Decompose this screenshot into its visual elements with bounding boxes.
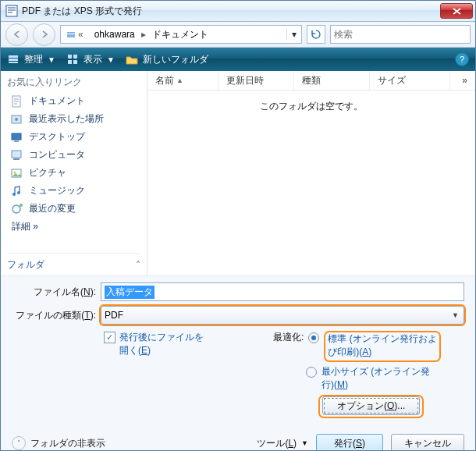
back-button[interactable] — [5, 23, 28, 46]
svg-rect-0 — [6, 5, 17, 16]
form-panel: ファイル名(N): 入稿データ ファイルの種類(T): PDF ✓ 発行後にファ… — [1, 275, 475, 426]
svg-rect-8 — [68, 60, 72, 64]
help-button[interactable]: ? — [455, 52, 469, 66]
column-size[interactable]: サイズ — [370, 71, 450, 90]
sidebar-item-pictures[interactable]: ピクチャ — [7, 164, 140, 182]
empty-message: このフォルダは空です。 — [147, 91, 475, 275]
options-button-highlight: オプション(O)... — [318, 395, 424, 418]
filename-value: 入稿データ — [105, 286, 155, 299]
filetype-select[interactable]: PDF — [101, 306, 464, 325]
svg-rect-13 — [12, 133, 21, 140]
toolbar-new-folder[interactable]: 新しいフォルダ — [126, 53, 208, 66]
publish-button[interactable]: 発行(S) — [316, 434, 383, 451]
column-headers: 名前▲ 更新日時 種類 サイズ » — [147, 71, 475, 91]
document-icon — [10, 95, 23, 108]
app-icon — [5, 5, 18, 17]
options-button[interactable]: オプション(O)... — [322, 396, 420, 415]
sidebar-item-desktop[interactable]: デスクトップ — [7, 128, 140, 146]
computer-icon — [10, 149, 23, 162]
search-input[interactable]: 検索 — [330, 25, 471, 44]
breadcrumb-seg-2[interactable]: ドキュメント — [147, 26, 213, 43]
svg-rect-6 — [68, 55, 72, 59]
sidebar-more[interactable]: 詳細 » — [7, 218, 140, 236]
recent-changes-icon — [10, 203, 23, 215]
dialog-footer: ˄ フォルダの非表示 ツール(L)▼ 発行(S) キャンセル — [1, 426, 475, 451]
svg-rect-7 — [73, 55, 77, 59]
svg-rect-16 — [13, 158, 20, 160]
desktop-icon — [10, 131, 23, 144]
svg-rect-4 — [9, 59, 18, 61]
sidebar-item-music[interactable]: ミュージック — [7, 182, 140, 200]
chevron-right-icon: ▸ — [140, 29, 147, 40]
caret-down-icon: ▼ — [301, 439, 308, 447]
sidebar-item-documents[interactable]: ドキュメント — [7, 92, 140, 110]
recent-places-icon — [10, 113, 23, 126]
close-button[interactable] — [440, 3, 473, 19]
music-icon — [10, 185, 23, 197]
optimize-min-label[interactable]: 最小サイズ (オンライン発行)(M) — [321, 365, 430, 392]
breadcrumb-root-icon[interactable]: « — [61, 26, 90, 43]
file-list-area: 名前▲ 更新日時 種類 サイズ » このフォルダは空です。 — [147, 71, 475, 275]
refresh-button[interactable] — [307, 25, 325, 44]
svg-point-19 — [12, 193, 16, 196]
svg-rect-9 — [73, 60, 77, 64]
svg-point-12 — [15, 118, 18, 121]
sidebar-item-recent-changes[interactable]: 最近の変更 — [7, 200, 140, 218]
sidebar-item-recent-places[interactable]: 最近表示した場所 — [7, 110, 140, 128]
breadcrumb-dropdown[interactable]: ▾ — [286, 29, 301, 40]
optimize-label: 最適化: — [273, 331, 304, 344]
view-icon — [66, 53, 79, 66]
sidebar: お気に入りリンク ドキュメント 最近表示した場所 デスクトップ コンピュータ ピ… — [1, 71, 147, 275]
window-title: PDF または XPS 形式で発行 — [22, 5, 142, 18]
caret-down-icon: ▼ — [48, 55, 55, 64]
tools-menu[interactable]: ツール(L)▼ — [257, 437, 308, 450]
caret-down-icon: ▼ — [107, 55, 115, 64]
svg-rect-14 — [14, 140, 19, 142]
svg-point-22 — [20, 204, 23, 207]
svg-rect-15 — [12, 151, 21, 158]
optimize-min-radio[interactable] — [306, 367, 317, 378]
search-placeholder: 検索 — [334, 28, 353, 41]
filetype-label: ファイルの種類(T): — [12, 309, 101, 322]
svg-point-20 — [17, 191, 20, 194]
column-type[interactable]: 種類 — [294, 71, 370, 90]
sidebar-item-computer[interactable]: コンピュータ — [7, 146, 140, 164]
dialog-window: { "title": "PDF または XPS 形式で発行", "breadcr… — [0, 0, 476, 451]
filetype-value: PDF — [105, 310, 123, 321]
chevron-up-icon: ˄ — [136, 260, 140, 271]
pictures-icon — [10, 167, 23, 179]
svg-rect-3 — [9, 55, 18, 58]
svg-rect-5 — [9, 62, 18, 63]
toolbar: 整理 ▼ 表示 ▼ 新しいフォルダ ? — [1, 48, 475, 71]
checkbox-checked-icon: ✓ — [104, 332, 115, 343]
sidebar-heading: お気に入りリンク — [7, 76, 140, 89]
cancel-button[interactable]: キャンセル — [391, 434, 464, 451]
nav-row: « ohkawara ▸ ドキュメント ▾ 検索 — [1, 22, 475, 48]
breadcrumb-seg-1[interactable]: ohkawara — [90, 26, 140, 43]
filename-input[interactable]: 入稿データ — [101, 282, 464, 301]
toolbar-view[interactable]: 表示 ▼ — [66, 53, 115, 66]
hide-folders-toggle[interactable]: ˄ フォルダの非表示 — [12, 436, 105, 450]
column-date[interactable]: 更新日時 — [218, 71, 294, 90]
filename-label: ファイル名(N): — [12, 286, 101, 299]
sort-asc-icon: ▲ — [176, 76, 183, 84]
toolbar-organize[interactable]: 整理 ▼ — [7, 53, 55, 66]
explorer-body: お気に入りリンク ドキュメント 最近表示した場所 デスクトップ コンピュータ ピ… — [1, 71, 475, 275]
column-name[interactable]: 名前▲ — [147, 71, 218, 90]
chevron-up-icon: ˄ — [12, 436, 26, 450]
svg-rect-2 — [67, 34, 75, 37]
open-after-checkbox[interactable]: ✓ 発行後にファイルを開く(E) — [104, 331, 204, 418]
folder-icon — [126, 53, 138, 66]
svg-point-21 — [12, 205, 20, 213]
breadcrumb-bar[interactable]: « ohkawara ▸ ドキュメント ▾ — [60, 25, 302, 44]
organize-icon — [7, 53, 20, 66]
column-more[interactable]: » — [454, 75, 475, 86]
optimize-standard-highlight: 標準 (オンライン発行および印刷)(A) — [324, 331, 440, 362]
titlebar: PDF または XPS 形式で発行 — [1, 1, 475, 22]
sidebar-folders-toggle[interactable]: フォルダ ˄ — [7, 253, 140, 272]
optimize-standard-radio[interactable] — [308, 332, 319, 343]
optimize-standard-label[interactable]: 標準 (オンライン発行および印刷)(A) — [328, 333, 436, 357]
forward-button[interactable] — [33, 23, 55, 46]
svg-rect-1 — [67, 32, 75, 34]
